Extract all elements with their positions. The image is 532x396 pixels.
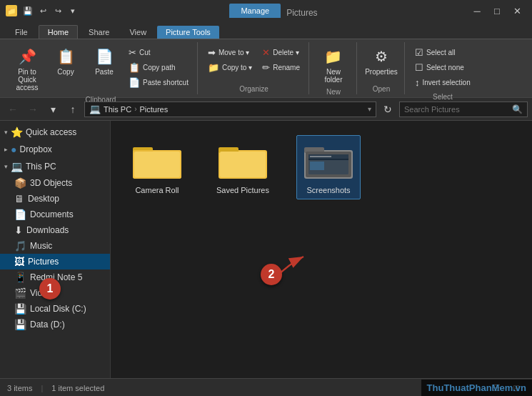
new-folder-button[interactable]: 📁 Newfolder <box>315 44 352 86</box>
cut-label: Cut <box>139 49 151 56</box>
music-icon: 🎵 <box>14 240 26 252</box>
watermark: ThuThuatPhanMem.vn <box>421 380 532 396</box>
copy-icon: 📋 <box>56 46 76 66</box>
maximize-button[interactable]: □ <box>488 4 506 18</box>
path-dropdown[interactable]: ▾ <box>368 105 371 113</box>
properties-label: Properties <box>365 68 398 76</box>
paste-button[interactable]: 📄 Paste <box>86 44 123 79</box>
search-input[interactable] <box>404 105 509 114</box>
file-saved-pictures[interactable]: Saved Pictures <box>211 135 275 199</box>
tab-view[interactable]: View <box>120 25 156 39</box>
cut-icon: ✂ <box>129 47 136 58</box>
new-label: New <box>315 86 352 97</box>
organize-buttons: ➡ Move to ▾ 📁 Copy to ▾ ✕ Delete ▾ ✏ <box>204 42 304 84</box>
sidebar-item-pictures[interactable]: 🖼 Pictures <box>0 254 110 269</box>
properties-icon: ⚙ <box>371 46 391 66</box>
copy-to-button[interactable]: 📁 Copy to ▾ <box>204 60 256 75</box>
sidebar-item-dropbox[interactable]: ▸ ● Dropbox <box>0 141 110 158</box>
sidebar-item-music[interactable]: 🎵 Music <box>0 238 110 254</box>
folder-icon: 📁 <box>6 5 17 16</box>
copy-path-button[interactable]: 📋 Copy path <box>124 60 193 75</box>
delete-button[interactable]: ✕ Delete ▾ <box>258 45 304 60</box>
move-to-button[interactable]: ➡ Move to ▾ <box>204 45 256 60</box>
sidebar-item-desktop[interactable]: 🖥 Desktop <box>0 191 110 207</box>
qat-redo[interactable]: ↪ <box>51 4 64 17</box>
sidebar-item-3d-objects[interactable]: 📦 3D Objects <box>0 175 110 191</box>
select-all-button[interactable]: ☑ Select all <box>411 45 475 60</box>
path-this-pc[interactable]: This PC <box>104 105 131 114</box>
local-disk-c-label: Local Disk (C:) <box>30 304 86 314</box>
svg-rect-3 <box>134 152 180 177</box>
delete-label: Delete ▾ <box>273 49 299 56</box>
sidebar: ▾ ⭐ Quick access ▸ ● Dropbox ▾ 💻 This PC… <box>0 121 111 378</box>
documents-label: Documents <box>30 209 74 219</box>
select-col: ☑ Select all ☐ Select none ↕ Invert sele… <box>411 44 475 91</box>
address-path[interactable]: 💻 This PC › Pictures ▾ <box>84 102 376 117</box>
svg-rect-6 <box>220 152 266 177</box>
dropbox-label: Dropbox <box>19 144 51 154</box>
videos-icon: 🎬 <box>14 287 26 299</box>
watermark-suffix: .vn <box>513 382 526 393</box>
annotation-1-label: 1 <box>47 282 54 295</box>
sidebar-item-this-pc[interactable]: ▾ 💻 This PC <box>0 158 110 175</box>
invert-selection-button[interactable]: ↕ Invert selection <box>411 75 475 90</box>
tab-file[interactable]: File <box>6 25 37 39</box>
recent-button[interactable]: ▾ <box>44 101 61 118</box>
annotation-2-arrow <box>268 249 311 285</box>
sidebar-item-data-d[interactable]: 💾 Data (D:) <box>0 317 110 332</box>
qat-undo[interactable]: ↩ <box>36 4 49 17</box>
rename-button[interactable]: ✏ Rename <box>258 60 304 75</box>
status-count: 3 items <box>7 384 32 392</box>
main-content: ▾ ⭐ Quick access ▸ ● Dropbox ▾ 💻 This PC… <box>0 121 532 378</box>
file-screenshots[interactable]: Screenshots <box>296 135 361 199</box>
rename-icon: ✏ <box>262 62 270 73</box>
group-new: 📁 Newfolder New <box>311 42 357 94</box>
select-none-button[interactable]: ☐ Select none <box>411 60 475 75</box>
status-divider: | <box>41 384 43 392</box>
pin-label: Pin to Quickaccess <box>11 68 44 91</box>
pin-button[interactable]: 📌 Pin to Quickaccess <box>9 44 46 94</box>
tab-picture-tools[interactable]: Picture Tools <box>157 26 219 39</box>
sidebar-item-documents[interactable]: 📄 Documents <box>0 207 110 222</box>
path-pc-icon: 💻 <box>89 104 101 114</box>
new-folder-label: Newfolder <box>324 68 342 84</box>
group-open: ⚙ Properties Open <box>358 42 405 94</box>
forward-button[interactable]: → <box>24 101 41 118</box>
group-clipboard: 📌 Pin to Quickaccess 📋 Copy 📄 Paste ✂ Cu… <box>4 42 198 94</box>
tab-share[interactable]: Share <box>79 25 119 39</box>
folder-svg-screenshots <box>303 140 354 182</box>
file-camera-roll[interactable]: Camera Roll <box>125 135 189 199</box>
move-to-label: Move to ▾ <box>219 49 249 56</box>
delete-icon: ✕ <box>262 47 270 58</box>
move-to-icon: ➡ <box>208 47 216 58</box>
tab-home[interactable]: Home <box>39 25 78 39</box>
group-organize: ➡ Move to ▾ 📁 Copy to ▾ ✕ Delete ▾ ✏ <box>199 42 309 94</box>
redmi-icon: 📱 <box>14 272 26 283</box>
group-select: ☑ Select all ☐ Select none ↕ Invert sele… <box>406 42 479 94</box>
back-button[interactable]: ← <box>4 101 21 118</box>
3d-objects-icon: 📦 <box>14 177 26 189</box>
copy-button[interactable]: 📋 Copy <box>47 44 84 79</box>
up-button[interactable]: ↑ <box>64 101 81 118</box>
close-button[interactable]: ✕ <box>508 4 526 18</box>
dropbox-arrow: ▸ <box>4 146 8 153</box>
properties-button[interactable]: ⚙ Properties <box>363 44 400 79</box>
qat-dropdown[interactable]: ▾ <box>66 4 79 17</box>
svg-rect-14 <box>310 162 324 170</box>
refresh-button[interactable]: ↻ <box>379 101 396 118</box>
folder-svg-saved-pictures <box>217 140 268 182</box>
paste-shortcut-button[interactable]: 📄 Paste shortcut <box>124 75 193 90</box>
ribbon-body: 📌 Pin to Quickaccess 📋 Copy 📄 Paste ✂ Cu… <box>0 39 532 97</box>
cut-button[interactable]: ✂ Cut <box>124 45 193 60</box>
sidebar-item-downloads[interactable]: ⬇ Downloads <box>0 222 110 238</box>
sidebar-item-quick-access[interactable]: ▾ ⭐ Quick access <box>0 124 110 141</box>
desktop-label: Desktop <box>28 194 59 204</box>
sidebar-item-local-disk-c[interactable]: 💾 Local Disk (C:) <box>0 301 110 317</box>
minimize-button[interactable]: ─ <box>468 4 486 18</box>
path-pictures[interactable]: Pictures <box>139 105 168 114</box>
dropbox-icon: ● <box>11 144 16 155</box>
path-separator-1: › <box>134 105 136 113</box>
ribbon-tabs: File Home Share View Picture Tools <box>0 21 532 39</box>
qat-save[interactable]: 💾 <box>21 4 34 17</box>
organize-label: Organize <box>204 84 304 94</box>
